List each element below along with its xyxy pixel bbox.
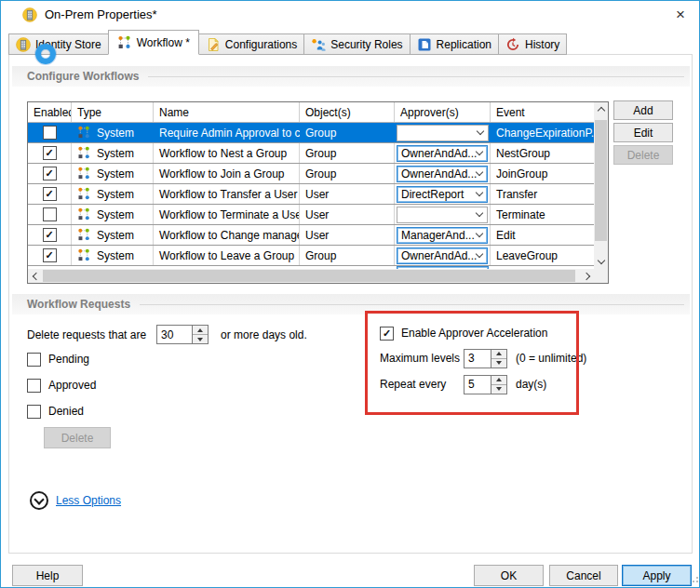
- vertical-scrollbar[interactable]: [594, 102, 608, 269]
- enabled-checkbox[interactable]: ✓: [43, 248, 57, 262]
- tab-identity-store[interactable]: Identity Store: [8, 33, 109, 55]
- spin-up-button[interactable]: [193, 326, 208, 335]
- status-checkbox-denied[interactable]: Denied: [27, 398, 96, 424]
- approver-dropdown[interactable]: OwnerAndAd...: [397, 166, 488, 182]
- title-bar: On-Prem Properties* ×: [1, 1, 699, 29]
- status-checkbox-approved[interactable]: Approved: [27, 372, 96, 398]
- delete-requests-label: Delete requests that are: [27, 328, 146, 341]
- enable-acceleration-row[interactable]: ✓ Enable Approver Acceleration: [380, 323, 547, 343]
- tab-label: Configurations: [225, 38, 297, 51]
- column-enabled[interactable]: Enabled: [28, 102, 72, 122]
- maximum-levels-hint: (0 = unlimited): [516, 352, 586, 365]
- enabled-cell: [28, 205, 72, 224]
- enabled-checkbox[interactable]: ✓: [43, 167, 57, 180]
- apply-button[interactable]: Apply: [622, 565, 692, 586]
- table-row[interactable]: ✓SystemWorkflow to Nest a GroupGroupOwne…: [28, 143, 608, 164]
- type-cell: System: [72, 123, 154, 142]
- approver-dropdown[interactable]: OwnerAndAd...: [397, 145, 488, 162]
- maximum-levels-value[interactable]: 3: [464, 349, 491, 368]
- enable-acceleration-checkbox[interactable]: ✓: [380, 327, 394, 341]
- event-cell: NestGroup: [491, 143, 608, 163]
- column-objects[interactable]: Object(s): [300, 102, 395, 122]
- spin-up-button[interactable]: [491, 376, 506, 385]
- spin-down-button[interactable]: [491, 385, 506, 394]
- workflow-type-icon: [77, 207, 91, 221]
- tab-replication[interactable]: Replication: [410, 33, 499, 55]
- enabled-checkbox[interactable]: [43, 126, 57, 140]
- column-type[interactable]: Type: [72, 102, 154, 122]
- approver-dropdown[interactable]: OwnerAndAd...: [397, 247, 488, 264]
- delete-requests-button[interactable]: Delete: [44, 427, 111, 448]
- object-cell: User: [300, 184, 395, 204]
- delete-workflow-button[interactable]: Delete: [613, 145, 673, 165]
- tab-security-roles[interactable]: Security Roles: [303, 33, 410, 55]
- close-icon[interactable]: ×: [667, 5, 693, 25]
- column-name[interactable]: Name: [154, 102, 300, 122]
- enabled-checkbox[interactable]: ✓: [43, 146, 57, 160]
- workflow-type-icon: [77, 187, 91, 201]
- enabled-checkbox[interactable]: ✓: [43, 228, 57, 242]
- table-row[interactable]: ✓SystemWorkflow to Transfer a UserUserDi…: [28, 184, 608, 205]
- approver-dropdown[interactable]: DirectReport: [397, 186, 488, 203]
- object-cell: Group: [300, 123, 395, 142]
- tab-history[interactable]: History: [498, 33, 567, 55]
- tab-configurations[interactable]: Configurations: [198, 33, 304, 55]
- spin-down-button[interactable]: [193, 335, 208, 343]
- table-row[interactable]: SystemWorkflow to Terminate a UserUserTe…: [28, 205, 608, 225]
- table-row[interactable]: SystemRequire Admin Approval to c...Grou…: [28, 123, 608, 143]
- approver-dropdown[interactable]: [397, 207, 488, 223]
- add-button[interactable]: Add: [613, 100, 673, 120]
- scroll-left-button[interactable]: [28, 269, 42, 283]
- table-row[interactable]: ✓SystemWorkflow to Join a GroupGroupOwne…: [28, 164, 608, 184]
- table-row[interactable]: ✓SystemWorkflow to Leave a GroupGroupOwn…: [28, 246, 608, 266]
- dialog-window: On-Prem Properties* × Identity StoreWork…: [0, 0, 700, 588]
- object-cell: Group: [300, 143, 395, 163]
- scroll-down-button[interactable]: [594, 255, 608, 269]
- checkbox[interactable]: [27, 353, 41, 367]
- status-checkbox-pending[interactable]: Pending: [27, 346, 96, 372]
- scroll-right-button[interactable]: [580, 269, 594, 283]
- tab-workflow[interactable]: Workflow *: [108, 30, 199, 55]
- resize-grip[interactable]: [693, 581, 694, 582]
- spin-up-button[interactable]: [491, 350, 506, 359]
- help-button[interactable]: Help: [12, 565, 83, 586]
- repeat-every-value[interactable]: 5: [464, 375, 491, 394]
- approver-dropdown[interactable]: [397, 125, 489, 141]
- chevron-down-icon: [476, 209, 483, 217]
- less-options-link[interactable]: Less Options: [30, 491, 121, 510]
- column-approvers[interactable]: Approver(s): [395, 102, 491, 122]
- scroll-up-button[interactable]: [594, 102, 608, 116]
- spin-down-button[interactable]: [491, 359, 506, 368]
- vertical-scroll-thumb[interactable]: [595, 120, 607, 241]
- approver-dropdown[interactable]: ManagerAnd...: [397, 227, 488, 244]
- event-cell: Terminate: [491, 205, 608, 224]
- checkbox[interactable]: [27, 379, 41, 393]
- enabled-cell: ✓: [28, 164, 72, 183]
- enabled-cell: ✓: [28, 246, 72, 265]
- object-cell: User: [300, 205, 395, 224]
- horizontal-scroll-thumb[interactable]: [43, 270, 575, 282]
- edit-button[interactable]: Edit: [613, 123, 673, 142]
- event-cell: Edit: [491, 225, 608, 245]
- name-cell: Workflow to Terminate a User: [154, 205, 300, 224]
- days-value[interactable]: 30: [156, 325, 193, 344]
- name-cell: Workflow to Transfer a User: [154, 184, 300, 204]
- workflow-requests-header: Workflow Requests: [12, 294, 690, 314]
- enabled-checkbox[interactable]: [43, 207, 57, 221]
- type-cell: System: [72, 205, 154, 224]
- table-row[interactable]: ✓SystemWorkflow to Change managerUserMan…: [28, 225, 608, 246]
- event-cell: JoinGroup: [491, 164, 608, 183]
- cancel-button[interactable]: Cancel: [549, 565, 618, 586]
- horizontal-scrollbar[interactable]: [28, 269, 594, 283]
- column-event[interactable]: Event: [491, 102, 594, 122]
- ok-button[interactable]: OK: [474, 565, 544, 586]
- delete-requests-suffix: or more days old.: [221, 328, 307, 341]
- delete-requests-row: Delete requests that are 30 or more days…: [27, 324, 307, 345]
- repeat-every-hint: day(s): [516, 378, 546, 391]
- workflows-table: Enabled Type Name Object(s) Approver(s) …: [27, 101, 609, 284]
- type-cell: System: [72, 225, 154, 245]
- replication-icon: [417, 37, 432, 52]
- type-cell: System: [72, 164, 154, 183]
- checkbox[interactable]: [27, 405, 41, 419]
- enabled-checkbox[interactable]: ✓: [43, 187, 57, 201]
